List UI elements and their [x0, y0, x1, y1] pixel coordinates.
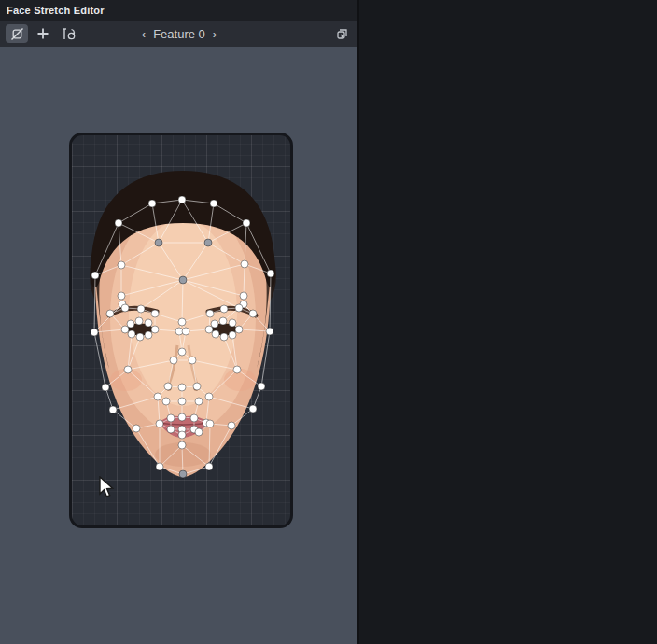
face-landmark[interactable]	[106, 310, 114, 317]
face-landmark[interactable]	[229, 319, 236, 327]
face-landmark[interactable]	[219, 317, 227, 325]
face-landmark[interactable]	[182, 328, 189, 335]
face-landmark[interactable]	[267, 270, 274, 277]
face-stretch-toolbar: ‹ Feature 0 ›	[0, 21, 358, 47]
face-landmark[interactable]	[205, 393, 213, 400]
face-landmark[interactable]	[151, 326, 159, 333]
face-landmark[interactable]	[266, 328, 273, 335]
face-landmark[interactable]	[178, 348, 186, 356]
mouse-cursor	[98, 476, 115, 498]
face-landmark[interactable]	[220, 333, 228, 341]
reset-points-icon	[62, 27, 77, 41]
face-landmark[interactable]	[121, 304, 129, 312]
open-in-panel-button[interactable]	[330, 24, 353, 43]
face-landmark[interactable]	[240, 292, 247, 300]
face-landmark[interactable]	[128, 330, 135, 338]
face-landmark[interactable]	[211, 320, 218, 328]
pen-slash-icon	[10, 27, 24, 41]
face-landmark[interactable]	[190, 414, 198, 422]
face-landmark[interactable]	[228, 422, 235, 429]
face-landmark[interactable]	[167, 426, 175, 433]
face-landmark[interactable]	[195, 428, 203, 436]
face-landmark[interactable]	[178, 318, 186, 326]
face-landmark[interactable]	[91, 329, 98, 336]
face-landmark[interactable]	[148, 200, 156, 207]
plus-icon	[36, 27, 49, 40]
face-landmark[interactable]	[233, 366, 241, 373]
face-landmark[interactable]	[155, 239, 162, 246]
face-landmark[interactable]	[243, 219, 250, 227]
face-landmark[interactable]	[118, 292, 125, 300]
face-landmark[interactable]	[167, 414, 175, 422]
face-landmark[interactable]	[204, 239, 212, 246]
face-landmark[interactable]	[136, 333, 144, 341]
face-landmark[interactable]	[102, 384, 109, 391]
face-landmark[interactable]	[178, 413, 186, 421]
face-landmark[interactable]	[220, 305, 228, 313]
face-landmark[interactable]	[178, 196, 186, 203]
face-landmark[interactable]	[179, 276, 187, 284]
face-landmark[interactable]	[162, 398, 170, 405]
face-landmark[interactable]	[178, 441, 186, 449]
face-landmark[interactable]	[195, 398, 203, 405]
previous-feature-button[interactable]: ‹	[142, 27, 146, 41]
face-landmark[interactable]	[164, 383, 172, 390]
face-landmark[interactable]	[229, 331, 236, 339]
add-point-button[interactable]	[32, 24, 54, 43]
face-landmark[interactable]	[133, 425, 140, 432]
face-landmark[interactable]	[189, 357, 196, 364]
preview-panel: Preview	[359, 0, 657, 644]
face-landmark[interactable]	[235, 326, 243, 333]
face-landmark[interactable]	[235, 304, 243, 312]
feature-label: Feature 0	[153, 27, 205, 41]
face-landmark[interactable]	[156, 463, 163, 470]
face-landmark[interactable]	[127, 320, 134, 328]
face-landmark[interactable]	[210, 200, 217, 207]
face-stretch-editor-panel: Face Stretch Editor ‹ Feature 0	[0, 0, 358, 644]
face-stretch-editor-title: Face Stretch Editor	[0, 0, 358, 21]
face-mesh-layer[interactable]	[72, 135, 293, 528]
face-landmark[interactable]	[178, 398, 186, 405]
face-landmark[interactable]	[109, 406, 117, 413]
open-in-panel-icon	[335, 27, 349, 41]
face-landmark[interactable]	[154, 393, 161, 400]
next-feature-button[interactable]: ›	[213, 27, 217, 41]
face-landmark[interactable]	[206, 310, 214, 317]
face-landmark[interactable]	[206, 420, 214, 427]
face-landmark[interactable]	[193, 383, 201, 390]
face-landmark[interactable]	[156, 420, 163, 427]
face-landmark[interactable]	[212, 330, 219, 338]
face-landmark[interactable]	[178, 384, 186, 391]
face-landmark[interactable]	[179, 470, 187, 478]
face-landmark[interactable]	[249, 310, 257, 317]
face-landmark[interactable]	[178, 431, 186, 439]
face-landmark[interactable]	[91, 272, 99, 279]
reset-points-button[interactable]	[58, 24, 80, 43]
face-landmark[interactable]	[205, 463, 213, 470]
face-landmark[interactable]	[135, 317, 143, 325]
face-landmark[interactable]	[241, 260, 248, 268]
face-stretch-canvas[interactable]: Zoom: 103%	[0, 47, 358, 644]
pen-slash-toggle-button[interactable]	[6, 24, 28, 43]
face-landmark[interactable]	[115, 219, 122, 227]
face-landmark[interactable]	[258, 383, 265, 390]
face-landmark[interactable]	[121, 326, 129, 333]
face-landmark[interactable]	[249, 405, 257, 413]
face-landmark[interactable]	[145, 331, 152, 339]
face-mesh-card[interactable]	[69, 133, 293, 528]
face-landmark[interactable]	[205, 326, 213, 333]
face-landmark[interactable]	[118, 261, 125, 269]
face-landmark[interactable]	[124, 366, 132, 373]
face-landmark[interactable]	[151, 310, 159, 317]
face-landmark[interactable]	[170, 357, 177, 364]
face-landmark[interactable]	[145, 319, 152, 327]
face-landmark[interactable]	[137, 305, 145, 313]
